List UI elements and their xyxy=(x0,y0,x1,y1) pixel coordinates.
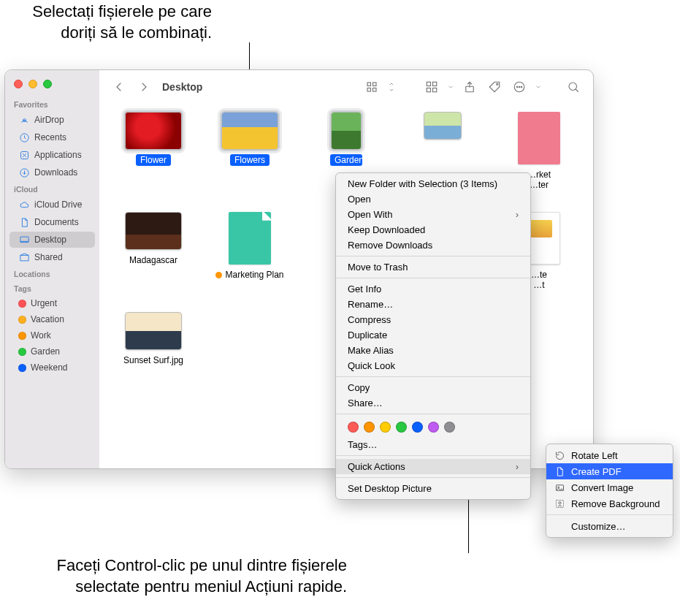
context-menu: New Folder with Selection (3 Items) Open… xyxy=(335,172,531,500)
cm-open[interactable]: Open xyxy=(336,191,530,207)
sidebar-item-label: Weekend xyxy=(31,362,67,373)
view-mode-chevron-icon[interactable] xyxy=(387,79,396,95)
cm-tag-colors xyxy=(336,417,530,437)
apps-icon xyxy=(18,149,30,161)
close-button[interactable] xyxy=(14,80,23,88)
file-thumbnail xyxy=(331,112,362,150)
sidebar-item-label: Urgent xyxy=(31,298,57,308)
sidebar-item-icloud-drive[interactable]: iCloud Drive xyxy=(9,197,95,213)
file-thumbnail xyxy=(229,212,271,265)
sidebar-heading-tags: Tags xyxy=(5,281,99,294)
cm-rename[interactable]: Rename… xyxy=(336,297,530,312)
submenu-label: Rotate Left xyxy=(571,450,618,461)
shared-icon xyxy=(18,251,30,263)
sidebar-item-recents[interactable]: Recents xyxy=(9,129,95,145)
minimize-button[interactable] xyxy=(28,80,37,88)
file-item[interactable]: Madagascar xyxy=(110,212,197,292)
tag-color-green[interactable] xyxy=(396,422,407,433)
file-content-area[interactable]: Flower Flowers Garden …rket …ter xyxy=(99,103,593,468)
sidebar-tag-urgent[interactable]: Urgent xyxy=(9,296,95,311)
cm-make-alias[interactable]: Make Alias xyxy=(336,343,530,358)
qa-rotate-left[interactable]: Rotate Left xyxy=(546,447,673,463)
sidebar-tag-weekend[interactable]: Weekend xyxy=(9,360,95,375)
file-thumbnail xyxy=(125,212,182,250)
file-thumbnail xyxy=(518,112,560,164)
tag-dot-icon xyxy=(18,332,26,340)
file-item[interactable]: Flowers xyxy=(206,112,294,191)
qa-convert-image[interactable]: Convert Image xyxy=(546,479,673,495)
maximize-button[interactable] xyxy=(43,80,52,88)
submenu-label: Customize… xyxy=(571,521,625,532)
chevron-down-icon[interactable] xyxy=(447,79,454,95)
sidebar-tag-work[interactable]: Work xyxy=(9,328,95,343)
cm-copy[interactable]: Copy xyxy=(336,380,530,395)
cm-move-to-trash[interactable]: Move to Trash xyxy=(336,259,530,275)
window-controls xyxy=(5,76,99,96)
cm-quick-actions[interactable]: Quick Actions› xyxy=(336,459,530,474)
sidebar-tag-vacation[interactable]: Vacation xyxy=(9,312,95,327)
menu-separator xyxy=(336,376,530,377)
cm-duplicate[interactable]: Duplicate xyxy=(336,327,530,343)
tag-color-purple[interactable] xyxy=(428,422,439,433)
cm-tags[interactable]: Tags… xyxy=(336,437,530,452)
cm-keep-downloaded[interactable]: Keep Downloaded xyxy=(336,222,530,237)
cm-new-folder-with-selection[interactable]: New Folder with Selection (3 Items) xyxy=(336,176,530,191)
sidebar-item-desktop[interactable]: Desktop xyxy=(9,232,95,248)
file-item[interactable]: Marketing Plan xyxy=(206,212,294,292)
sidebar-item-documents[interactable]: Documents xyxy=(9,214,95,230)
chevron-right-icon: › xyxy=(516,210,519,220)
file-item[interactable]: Flower xyxy=(110,112,197,191)
qa-create-pdf[interactable]: Create PDF xyxy=(546,463,673,479)
sidebar-item-label: Documents xyxy=(34,217,79,227)
file-thumbnail xyxy=(125,112,182,150)
download-icon xyxy=(18,167,30,178)
cm-open-with[interactable]: Open With› xyxy=(336,207,530,222)
cm-quick-look[interactable]: Quick Look xyxy=(336,358,530,373)
forward-button[interactable] xyxy=(134,79,153,95)
menu-separator xyxy=(546,514,673,515)
view-mode-button[interactable] xyxy=(362,79,381,95)
tag-color-red[interactable] xyxy=(348,422,359,433)
tag-color-yellow[interactable] xyxy=(380,422,391,433)
sidebar-item-downloads[interactable]: Downloads xyxy=(9,164,95,180)
back-button[interactable] xyxy=(110,79,129,95)
qa-remove-background[interactable]: Remove Background xyxy=(546,495,673,512)
tag-dot-icon xyxy=(18,364,26,372)
svg-rect-5 xyxy=(367,83,371,86)
tag-color-blue[interactable] xyxy=(412,422,423,433)
cm-compress[interactable]: Compress xyxy=(336,312,530,327)
tag-button[interactable] xyxy=(485,79,504,95)
tag-color-gray[interactable] xyxy=(444,422,455,433)
submenu-label: Remove Background xyxy=(571,498,660,509)
svg-rect-10 xyxy=(433,82,437,85)
file-item[interactable]: Sunset Surf.jpg xyxy=(110,312,197,366)
sidebar-item-shared[interactable]: Shared xyxy=(9,249,95,265)
main-pane: Desktop Flower Flowe xyxy=(99,70,593,468)
sidebar-tag-garden[interactable]: Garden xyxy=(9,344,95,359)
group-button[interactable] xyxy=(422,79,441,95)
cm-get-info[interactable]: Get Info xyxy=(336,281,530,297)
submenu-label: Create PDF xyxy=(571,466,622,477)
sidebar: Favorites AirDrop Recents Applications D… xyxy=(5,70,99,468)
cloud-icon xyxy=(18,199,30,210)
more-button[interactable] xyxy=(510,79,529,95)
tag-color-orange[interactable] xyxy=(364,422,375,433)
file-thumbnail xyxy=(125,312,182,350)
search-button[interactable] xyxy=(564,79,583,95)
svg-rect-8 xyxy=(373,88,377,91)
cm-set-desktop-picture[interactable]: Set Desktop Picture xyxy=(336,481,530,496)
chevron-right-icon: › xyxy=(516,462,519,472)
sidebar-item-applications[interactable]: Applications xyxy=(9,147,95,163)
sidebar-item-label: Garden xyxy=(31,346,60,357)
chevron-down-icon[interactable] xyxy=(535,79,542,95)
window-title: Desktop xyxy=(162,81,202,93)
share-button[interactable] xyxy=(460,79,479,95)
cm-remove-downloads[interactable]: Remove Downloads xyxy=(336,237,530,253)
qa-customize[interactable]: Customize… xyxy=(546,518,673,534)
file-thumbnail xyxy=(424,112,462,140)
file-thumbnail xyxy=(221,112,278,150)
blank-icon xyxy=(554,520,565,532)
cm-share[interactable]: Share… xyxy=(336,395,530,411)
sidebar-item-airdrop[interactable]: AirDrop xyxy=(9,112,95,128)
rotate-icon xyxy=(554,449,565,461)
